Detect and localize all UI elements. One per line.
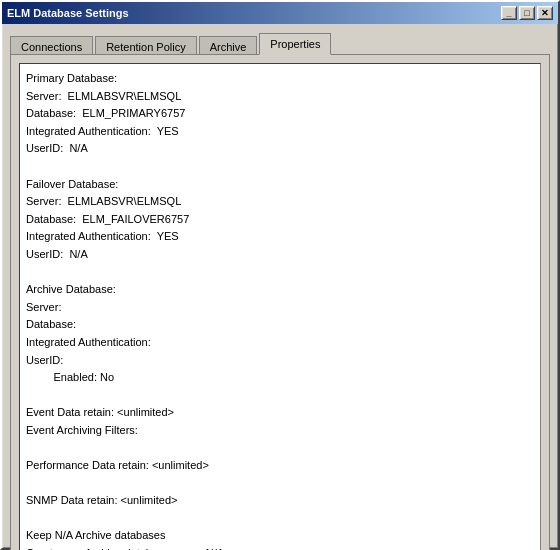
tab-archive[interactable]: Archive xyxy=(199,36,258,56)
title-bar: ELM Database Settings _ □ ✕ xyxy=(2,2,558,24)
close-button[interactable]: ✕ xyxy=(537,6,553,20)
maximize-button[interactable]: □ xyxy=(519,6,535,20)
window-content: Connections Retention Policy Archive Pro… xyxy=(2,24,558,550)
tab-retention-policy[interactable]: Retention Policy xyxy=(95,36,197,56)
tab-content-area: Primary Database: Server: ELMLABSVR\ELMS… xyxy=(10,54,550,550)
tab-connections[interactable]: Connections xyxy=(10,36,93,56)
title-bar-controls: _ □ ✕ xyxy=(501,6,553,20)
tab-properties[interactable]: Properties xyxy=(259,33,331,55)
minimize-button[interactable]: _ xyxy=(501,6,517,20)
main-window: ELM Database Settings _ □ ✕ Connections … xyxy=(0,0,560,550)
tabs-container: Connections Retention Policy Archive Pro… xyxy=(10,32,550,54)
properties-text-area: Primary Database: Server: ELMLABSVR\ELMS… xyxy=(19,63,541,550)
properties-content: Primary Database: Server: ELMLABSVR\ELMS… xyxy=(26,70,534,550)
window-title: ELM Database Settings xyxy=(7,7,129,19)
